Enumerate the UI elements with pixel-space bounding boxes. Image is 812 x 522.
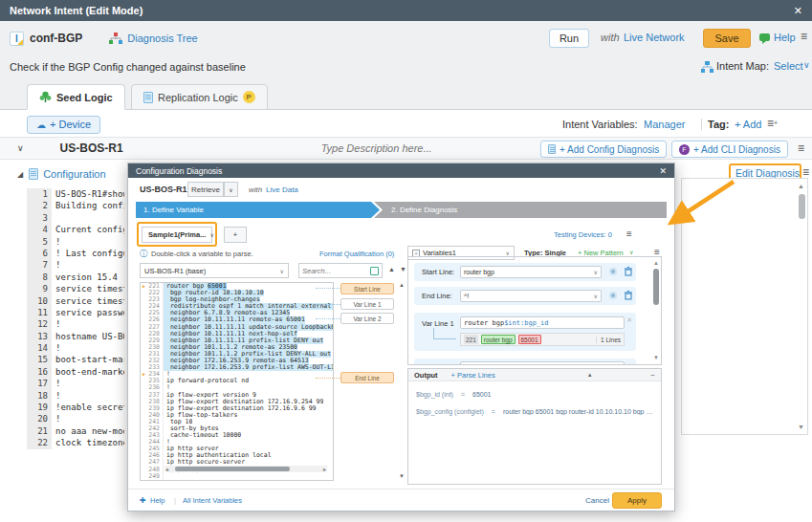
scroll-up-icon[interactable]: ▲ [798,183,804,189]
intent-map-select[interactable]: Select [774,60,803,72]
horizontal-scrollbar[interactable]: ◄ ► [165,466,327,472]
qualify-icon[interactable] [609,268,617,275]
code-line[interactable]: 14! [27,342,124,354]
help-link[interactable]: Help [774,32,796,43]
save-button[interactable]: Save [703,29,751,48]
cards-scroll-up-icon[interactable]: ▲ [653,260,659,267]
add-device-button[interactable]: ☁ + Device [27,116,100,134]
retrieve-dropdown-icon[interactable]: ∨ [224,182,238,197]
remove-var-line-icon[interactable]: ✕ [626,316,632,324]
scroll-right-icon[interactable]: ► [322,467,327,472]
cards-scroll-down-icon[interactable]: ▼ [653,355,659,361]
code-line[interactable]: 13hostname US-BOS [27,331,124,342]
sample-code-line[interactable]: 228 neighbor 10.11.11.11 next-hop-self [141,331,333,337]
code-line[interactable]: 11service passwor [27,307,124,318]
step-define-diagnosis[interactable]: 2. Define Diagnosis [374,202,667,218]
live-data-link[interactable]: Live Data [266,185,298,194]
tags-scroll-down-icon[interactable]: ▼ [399,473,405,479]
search-next-icon[interactable]: ▼ [400,266,406,272]
expand-triangle-icon[interactable]: ◢ [17,170,23,179]
cards-scrollbar-thumb[interactable] [653,269,659,305]
cancel-button[interactable]: Cancel [585,496,609,505]
code-line[interactable]: 12! [27,318,124,330]
add-cli-diagnosis-button[interactable]: F + Add CLI Diagnosis [671,141,788,158]
search-input[interactable] [302,267,362,275]
sample-code-line[interactable]: 249 [141,473,333,480]
sample-code-line[interactable]: 238ip flow-export destination 172.16.9.2… [141,399,333,405]
code-line[interactable]: 16boot-end-marker [27,366,124,378]
search-options-icon[interactable] [370,267,379,275]
diagnosis-tree-link[interactable]: Diagnosis Tree [127,33,197,44]
tab-seed-logic[interactable]: Seed Logic [27,84,125,110]
sample-code-line[interactable]: 240ip flow-top-talkers [141,412,333,419]
code-line[interactable]: 22clock timezone [27,437,124,448]
all-intent-variables-link[interactable]: All Intent Variables [183,496,242,505]
header-menu-icon[interactable]: ≡ [801,31,807,42]
sample-code-line[interactable]: 244! [141,439,333,446]
sample-config-editor[interactable]: ▶221router bgp 65001222 bgp router-id 10… [140,282,334,481]
sample-tab[interactable]: Sample1(Prima... ∨ [142,227,212,243]
sample-code-line[interactable]: 222 bgp router-id 10.10.10.10 [141,290,333,296]
section-menu-icon[interactable]: ≡ [802,166,809,178]
code-line[interactable]: 5! [27,236,124,248]
tag-list-icon[interactable]: ≡+ [767,118,778,129]
apply-button[interactable]: Apply [612,492,662,509]
h-scrollbar-thumb[interactable] [175,467,290,471]
sample-code-line[interactable]: 245ip http server [141,446,333,452]
sample-code-line[interactable]: 235ip forward-protocol nd [141,378,333,384]
sample-code-line[interactable]: 232 neighbor 172.16.253.9 remote-as 6451… [141,358,333,364]
var-line-2-input[interactable] [460,361,625,365]
sample-code-line[interactable]: 237ip flow-export version 9 [141,392,333,399]
start-line-input[interactable]: router bgp ∨ [460,266,602,278]
code-line[interactable]: 17! [27,378,124,389]
code-line[interactable]: 18! [27,390,124,402]
scroll-down-icon[interactable]: ▼ [798,424,804,430]
description-input[interactable] [252,142,501,154]
add-config-diagnosis-button[interactable]: + Add Config Diagnosis [540,141,667,158]
sample-code-line[interactable]: 224 redistribute ospf 1 match internal e… [141,303,333,310]
collapse-chevron-icon[interactable]: ∨ [17,143,24,153]
delete-icon[interactable] [625,291,632,300]
var-line-1-input[interactable]: router bgp $int:bgp_id [460,316,625,329]
tag-add-link[interactable]: + Add [735,119,761,130]
sample-code-line[interactable]: 231 neighbor 101.1.1.2 prefix-list DENY-… [141,351,333,358]
tab-replication-logic[interactable]: Replication Logic P [131,84,268,110]
intent-variables-manager-link[interactable]: Manager [644,119,685,130]
sample-code-line[interactable]: 243 cache-timeout 10000 [141,432,333,439]
code-line[interactable]: 9service timesta [27,283,124,294]
parse-lines-link[interactable]: + Parse Lines [451,371,495,380]
step-define-variable[interactable]: 1. Define Variable [136,202,380,218]
code-line[interactable]: 21no aaa new-mode [27,425,124,437]
sample-code-line[interactable]: ▶221router bgp 65001 [141,283,333,290]
testing-devices-link[interactable]: Testing Devices: 0 [554,230,612,239]
sample-code-line[interactable]: 229 neighbor 10.11.11.11 prefix-list DEN… [141,337,333,344]
live-network-link[interactable]: Live Network [624,32,685,43]
code-line[interactable]: 19!enable secret [27,402,124,413]
code-line[interactable]: 2Building config [27,200,124,211]
dialog-help-link[interactable]: Help [150,496,165,505]
configuration-diagnosis-title[interactable]: Configuration Diagn [43,168,108,180]
sample-code-line[interactable]: 241 top 10 [141,419,333,425]
chevron-down-icon[interactable]: ∨ [803,60,810,70]
sample-code-line[interactable]: 227 neighbor 10.11.11.11 update-source L… [141,324,333,331]
dialog-close-icon[interactable]: ✕ [659,166,667,176]
search-prev-icon[interactable]: ▲ [388,266,395,272]
sample-code-line[interactable]: 233 neighbor 172.16.253.9 prefix-list AW… [141,364,333,371]
scroll-left-icon[interactable]: ◄ [165,467,169,472]
sample-code-line[interactable]: 225 neighbor 6.7.8.9 remote-as 12345 [141,310,333,316]
collapse-icon[interactable]: ▲ [587,372,593,378]
tags-scroll-up-icon[interactable]: ▲ [399,282,405,288]
code-line[interactable]: 7! [27,259,124,271]
sample-code-line[interactable]: 223 bgp log-neighbor-changes [141,296,333,303]
sample-code-line[interactable]: 246ip http authentication local [141,452,333,459]
chevron-down-icon[interactable]: ∨ [629,249,633,255]
var-line-2-tag[interactable]: Var Line 2 [340,313,394,324]
config-code-editor[interactable]: 1US-BOS-R1#show2Building config34Current… [27,188,124,450]
delete-icon[interactable] [625,267,632,276]
code-line[interactable]: 3 [27,212,124,224]
qualify-icon[interactable] [609,292,617,299]
code-line[interactable]: 4Current configu [27,224,124,235]
scrollbar-thumb[interactable] [799,194,805,219]
testing-menu-icon[interactable]: ≡ [626,228,632,240]
code-line[interactable]: 1US-BOS-R1#show [27,188,124,200]
